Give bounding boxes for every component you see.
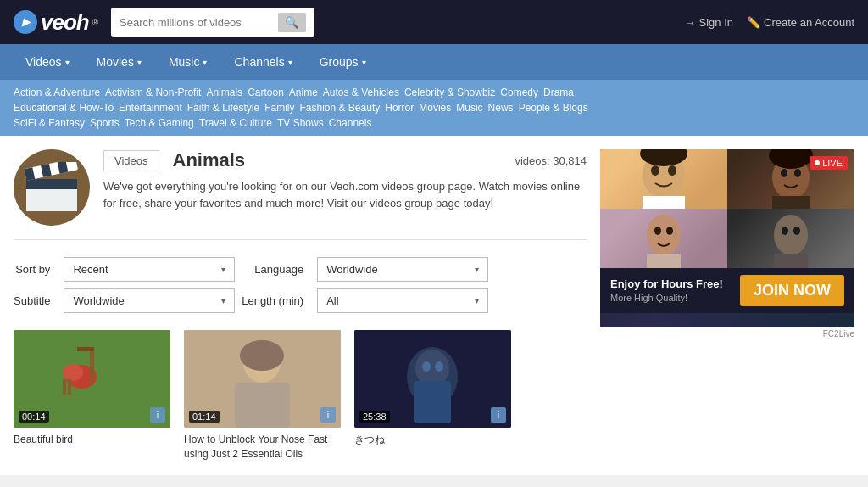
sort-select[interactable]: Recent ▾ (64, 257, 235, 282)
svg-point-17 (240, 340, 284, 371)
nav-channels[interactable]: Channels ▾ (222, 48, 303, 76)
language-value: Worldwide (326, 263, 377, 276)
video-thumbnail[interactable]: 00:14 i (14, 330, 170, 428)
cat-tvshows[interactable]: TV Shows (277, 117, 324, 129)
category-row-2: Educational & How-To Entertainment Faith… (14, 102, 854, 114)
cat-drama[interactable]: Drama (543, 87, 574, 98)
svg-point-31 (781, 169, 787, 177)
cat-fashion[interactable]: Fashion & Beauty (300, 102, 381, 114)
nav-groups[interactable]: Groups ▾ (308, 48, 378, 76)
video-title: Beautiful bird (14, 433, 170, 447)
ad-text: Enjoy for Hours Free! More High Quality! (610, 277, 723, 305)
face-image-3 (630, 209, 698, 268)
svg-rect-11 (68, 379, 71, 395)
svg-rect-13 (77, 347, 94, 351)
cat-news[interactable]: News (488, 102, 514, 114)
live-dot (815, 160, 820, 165)
svg-point-27 (668, 165, 676, 176)
cat-tech[interactable]: Tech & Gaming (125, 117, 194, 129)
video-card: 25:38 i きつね (354, 330, 511, 462)
ad-provider: FC2Live (823, 329, 854, 339)
filters: Sort by Recent ▾ Language Worldwide ▾ Su… (14, 257, 488, 313)
group-name: Animals (173, 149, 246, 171)
ad-image-4 (727, 209, 854, 268)
language-select[interactable]: Worldwide ▾ (317, 257, 488, 282)
cat-sports[interactable]: Sports (90, 117, 120, 129)
ad-text-line2: More High Quality! (610, 292, 723, 305)
videos-tab[interactable]: Videos (103, 150, 159, 171)
svg-rect-2 (26, 189, 77, 211)
svg-rect-10 (63, 379, 66, 395)
chevron-down-icon: ▾ (288, 58, 292, 67)
svg-rect-12 (90, 347, 94, 381)
create-account-link[interactable]: ✏️ Create an Account (747, 16, 854, 29)
svg-point-23 (435, 361, 443, 372)
cat-animals[interactable]: Animals (206, 87, 242, 98)
cat-movies[interactable]: Movies (419, 102, 451, 114)
cat-travel[interactable]: Travel & Culture (199, 117, 272, 129)
cat-people-blogs[interactable]: People & Blogs (519, 102, 588, 114)
cat-faith[interactable]: Faith & Lifestyle (187, 102, 259, 114)
search-bar: 🔍 (111, 8, 314, 37)
svg-point-34 (647, 215, 681, 255)
signin-link[interactable]: → Sign In (685, 16, 733, 29)
header-actions: → Sign In ✏️ Create an Account (685, 16, 854, 29)
video-count: videos: 30,814 (515, 154, 587, 167)
cat-activism[interactable]: Activism & Non-Profit (105, 87, 201, 98)
content-area: Videos Animals videos: 30,814 We've got … (14, 149, 587, 462)
svg-point-22 (422, 361, 431, 372)
length-value: All (326, 294, 338, 307)
cat-scifi[interactable]: SciFi & Fantasy (14, 117, 85, 129)
cat-entertainment[interactable]: Entertainment (119, 102, 182, 114)
group-info: Videos Animals videos: 30,814 We've got … (103, 149, 587, 211)
cat-music[interactable]: Music (456, 102, 482, 114)
svg-rect-30 (772, 196, 810, 209)
categories-bar: Action & Adventure Activism & Non-Profit… (0, 80, 868, 136)
logo-icon: ▶ (14, 10, 37, 34)
create-account-icon: ✏️ (747, 16, 760, 29)
video-info-button[interactable]: i (150, 407, 165, 423)
video-thumbnail[interactable]: 01:14 i (184, 330, 341, 428)
nav-movies[interactable]: Movies ▾ (85, 48, 153, 76)
nav-videos[interactable]: Videos ▾ (14, 48, 81, 76)
search-button[interactable]: 🔍 (278, 13, 306, 32)
cat-educational[interactable]: Educational & How-To (14, 102, 114, 114)
cat-comedy[interactable]: Comedy (500, 87, 538, 98)
video-info-button[interactable]: i (320, 407, 336, 423)
ad-footer: FC2Live (600, 329, 854, 339)
group-icon (14, 149, 90, 226)
svg-rect-1 (26, 179, 77, 188)
cat-action-adventure[interactable]: Action & Adventure (14, 87, 100, 98)
video-info-button[interactable]: i (491, 407, 506, 423)
language-label: Language (242, 263, 310, 276)
search-input[interactable] (120, 16, 271, 29)
logo-text: veoh (41, 9, 89, 36)
chevron-down-icon: ▾ (221, 265, 225, 274)
nav-music[interactable]: Music ▾ (157, 48, 220, 76)
cat-family[interactable]: Family (264, 102, 294, 114)
cat-channels[interactable]: Channels (329, 117, 372, 129)
category-row-3: SciFi & Fantasy Sports Tech & Gaming Tra… (14, 117, 854, 129)
svg-point-38 (774, 215, 808, 255)
cat-celebrity[interactable]: Celebrity & Showbiz (404, 87, 495, 98)
logo[interactable]: ▶ veoh® (14, 9, 97, 36)
video-thumbnail[interactable]: 25:38 i (354, 330, 511, 428)
chevron-down-icon: ▾ (475, 265, 479, 274)
svg-point-41 (793, 227, 800, 235)
svg-rect-16 (235, 383, 290, 428)
svg-point-26 (651, 165, 659, 176)
ad-image-1 (600, 149, 727, 209)
subtitle-select[interactable]: Worldwide ▾ (64, 288, 235, 313)
cat-horror[interactable]: Horror (385, 102, 414, 114)
cat-autos[interactable]: Autos & Vehicles (323, 87, 399, 98)
join-now-button[interactable]: JOIN NOW (740, 275, 844, 306)
video-title: きつね (354, 433, 511, 447)
cat-anime[interactable]: Anime (289, 87, 318, 98)
video-card: 00:14 i Beautiful bird (14, 330, 170, 462)
main-nav: Videos ▾ Movies ▾ Music ▾ Channels ▾ Gro… (0, 44, 868, 80)
video-grid: 00:14 i Beautiful bird 01:14 i (14, 330, 587, 462)
ad-banner[interactable]: LIVE Enjoy for Hours Free! More High Qua… (600, 149, 854, 327)
cat-cartoon[interactable]: Cartoon (248, 87, 284, 98)
length-select[interactable]: All ▾ (317, 288, 488, 313)
signin-icon: → (685, 16, 696, 29)
